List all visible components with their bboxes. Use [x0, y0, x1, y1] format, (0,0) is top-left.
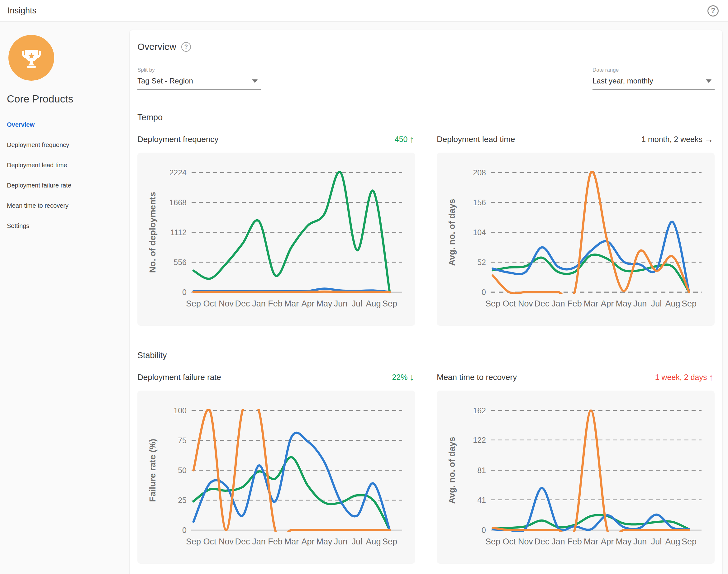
svg-text:Dec: Dec — [235, 299, 250, 308]
date-range-label: Date range — [593, 67, 715, 73]
svg-text:208: 208 — [473, 168, 486, 177]
svg-text:156: 156 — [473, 198, 486, 207]
trend-up-icon: ↑ — [410, 134, 414, 145]
trend-down-icon: ↓ — [410, 372, 414, 382]
svg-text:Jun: Jun — [334, 299, 348, 308]
top-bar: Insights ? — [0, 0, 728, 22]
overview-panel: Overview ? Split by Tag Set - Region Dat… — [130, 30, 722, 574]
svg-text:75: 75 — [178, 436, 187, 445]
svg-text:Mar: Mar — [284, 299, 299, 308]
chart-title-mean-time-to-recovery: Mean time to recovery — [437, 372, 517, 382]
svg-text:104: 104 — [473, 228, 486, 237]
svg-text:Jul: Jul — [352, 299, 363, 308]
svg-text:100: 100 — [173, 406, 187, 415]
svg-text:Apr: Apr — [601, 537, 614, 546]
trend-flat-icon: → — [704, 134, 713, 145]
svg-text:Mar: Mar — [584, 537, 598, 546]
svg-text:0: 0 — [482, 288, 486, 296]
svg-text:May: May — [615, 299, 632, 308]
svg-text:Jun: Jun — [633, 299, 647, 308]
svg-text:No. of deployments: No. of deployments — [148, 192, 157, 273]
svg-text:50: 50 — [178, 466, 187, 475]
svg-text:Jul: Jul — [651, 537, 662, 546]
metric-change-badge: 1 week, 2 days ↑ — [655, 372, 713, 382]
svg-text:Avg. no. of days: Avg. no. of days — [447, 199, 457, 266]
deployment-frequency-chart: 0556111216682224No. of deploymentsSepOct… — [137, 153, 415, 326]
svg-text:1112: 1112 — [170, 228, 187, 237]
question-mark-glyph: ? — [711, 6, 715, 15]
svg-text:Oct: Oct — [502, 299, 516, 308]
svg-text:Jun: Jun — [633, 537, 647, 546]
svg-text:Feb: Feb — [268, 299, 283, 308]
svg-text:May: May — [615, 537, 632, 546]
sidebar-item-settings[interactable]: Settings — [7, 222, 123, 230]
date-range-select[interactable]: Date range Last year, monthly — [593, 67, 715, 90]
svg-text:Feb: Feb — [567, 299, 582, 308]
help-icon[interactable]: ? — [707, 5, 719, 16]
svg-text:Aug: Aug — [366, 299, 381, 308]
metric-change-badge: 1 month, 2 weeks → — [641, 134, 713, 145]
svg-text:Jul: Jul — [352, 537, 363, 546]
svg-text:Jan: Jan — [551, 537, 565, 546]
svg-text:Sep: Sep — [382, 299, 397, 308]
svg-text:May: May — [316, 299, 332, 308]
deployment-lead-time-chart: 052104156208Avg. no. of daysSepOctNovDec… — [437, 153, 715, 326]
svg-text:Jan: Jan — [252, 537, 266, 546]
svg-text:Nov: Nov — [219, 299, 234, 308]
svg-text:Nov: Nov — [518, 537, 533, 546]
svg-text:Aug: Aug — [665, 299, 680, 308]
svg-text:0: 0 — [482, 526, 486, 534]
svg-text:May: May — [316, 537, 332, 546]
svg-text:Apr: Apr — [601, 299, 614, 308]
svg-text:Apr: Apr — [301, 299, 314, 308]
svg-text:122: 122 — [473, 436, 486, 444]
svg-text:52: 52 — [477, 258, 486, 266]
svg-text:Sep: Sep — [485, 537, 500, 546]
chart-title-deployment-failure-rate: Deployment failure rate — [137, 372, 221, 382]
report-avatar — [8, 35, 54, 81]
svg-text:Dec: Dec — [235, 537, 250, 546]
svg-text:Jul: Jul — [651, 299, 662, 308]
sidebar-item-deployment-frequency[interactable]: Deployment frequency — [7, 141, 123, 149]
metric-change-badge: 450 ↑ — [395, 134, 414, 145]
svg-text:2224: 2224 — [169, 168, 187, 177]
sidebar-item-deployment-lead-time[interactable]: Deployment lead time — [7, 162, 123, 169]
section-title-stability: Stability — [137, 351, 715, 360]
svg-text:Mar: Mar — [584, 299, 598, 308]
section-title-tempo: Tempo — [137, 113, 715, 122]
svg-text:41: 41 — [477, 495, 486, 504]
svg-text:Jan: Jan — [252, 299, 266, 308]
split-by-value: Tag Set - Region — [137, 77, 193, 85]
svg-text:Sep: Sep — [382, 537, 397, 546]
chart-title-deployment-frequency: Deployment frequency — [137, 134, 218, 144]
trophy-icon — [17, 44, 46, 72]
svg-text:Sep: Sep — [186, 299, 201, 308]
chart-title-deployment-lead-time: Deployment lead time — [437, 134, 515, 144]
metric-change-badge: 22% ↓ — [392, 372, 414, 382]
svg-text:Aug: Aug — [665, 537, 680, 546]
svg-text:0: 0 — [182, 526, 187, 534]
chevron-down-icon — [706, 79, 712, 83]
svg-text:Apr: Apr — [301, 537, 314, 546]
sidebar-item-overview[interactable]: Overview — [7, 121, 123, 128]
svg-text:0: 0 — [182, 288, 187, 296]
split-by-label: Split by — [137, 67, 261, 73]
chevron-down-icon — [252, 79, 257, 83]
svg-text:556: 556 — [173, 258, 187, 266]
sidebar-item-deployment-failure-rate[interactable]: Deployment failure rate — [7, 182, 123, 189]
sidebar-item-mean-time-to-recovery[interactable]: Mean time to recovery — [7, 202, 123, 209]
svg-text:Oct: Oct — [502, 537, 516, 546]
svg-text:162: 162 — [473, 406, 486, 415]
overview-help-icon[interactable]: ? — [181, 42, 191, 52]
split-by-select[interactable]: Split by Tag Set - Region — [137, 67, 261, 90]
svg-text:Jan: Jan — [551, 299, 565, 308]
svg-text:Sep: Sep — [682, 299, 696, 308]
svg-text:Failure rate (%): Failure rate (%) — [148, 439, 157, 502]
trend-up-icon: ↑ — [709, 372, 714, 382]
svg-text:Sep: Sep — [682, 537, 696, 546]
page-title: Overview — [137, 41, 176, 52]
svg-text:Dec: Dec — [534, 299, 549, 308]
svg-text:Dec: Dec — [534, 537, 549, 546]
report-title: Core Products — [7, 93, 123, 105]
sidebar: Core Products Overview Deployment freque… — [0, 22, 130, 243]
